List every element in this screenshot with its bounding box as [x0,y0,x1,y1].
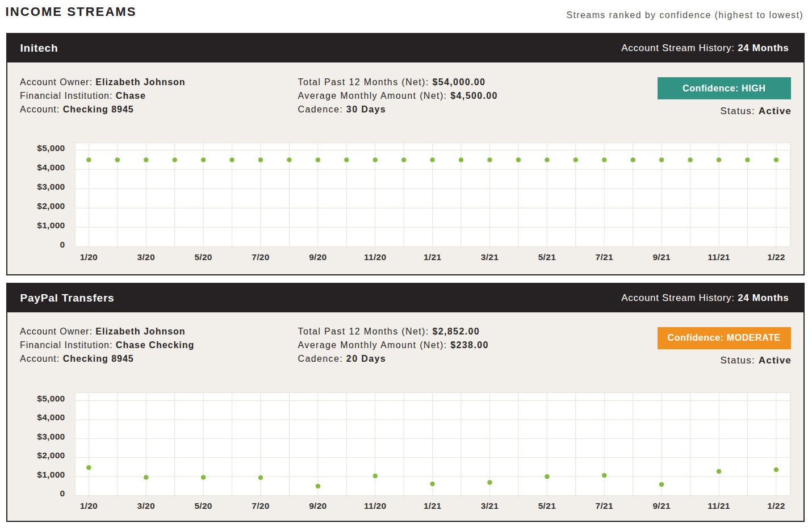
svg-text:1/20: 1/20 [80,501,98,511]
svg-text:$2,000: $2,000 [37,450,65,460]
svg-text:$1,000: $1,000 [37,220,65,230]
svg-text:$1,000: $1,000 [37,470,65,479]
svg-text:9/21: 9/21 [652,252,670,262]
svg-text:3/21: 3/21 [481,252,499,262]
svg-text:7/20: 7/20 [252,252,269,262]
svg-text:5/21: 5/21 [538,501,556,511]
svg-text:7/21: 7/21 [596,252,613,262]
svg-text:$5,000: $5,000 [37,394,65,403]
svg-text:5/20: 5/20 [194,501,212,511]
svg-text:7/21: 7/21 [596,501,613,511]
svg-text:1/22: 1/22 [767,501,785,511]
svg-text:11/21: 11/21 [708,501,730,511]
svg-text:1/22: 1/22 [767,252,785,262]
svg-text:$2,000: $2,000 [37,201,65,211]
svg-text:5/20: 5/20 [194,252,212,262]
svg-text:$4,000: $4,000 [37,162,65,172]
svg-text:3/20: 3/20 [137,501,155,511]
svg-text:1/20: 1/20 [80,252,98,262]
svg-text:5/21: 5/21 [538,252,556,262]
svg-text:9/20: 9/20 [309,252,327,262]
svg-text:9/20: 9/20 [309,501,327,511]
svg-text:1/21: 1/21 [424,501,441,511]
svg-text:$4,000: $4,000 [37,412,65,422]
svg-text:$5,000: $5,000 [37,143,65,153]
svg-text:3/21: 3/21 [481,501,499,511]
svg-text:9/21: 9/21 [652,501,670,511]
svg-text:3/20: 3/20 [137,252,155,262]
svg-text:0: 0 [60,240,65,249]
svg-text:0: 0 [60,488,65,498]
svg-text:7/20: 7/20 [252,501,269,511]
svg-text:11/20: 11/20 [364,501,386,511]
svg-text:11/20: 11/20 [364,252,386,262]
svg-text:$3,000: $3,000 [37,182,65,191]
svg-text:$3,000: $3,000 [37,432,65,441]
svg-text:11/21: 11/21 [708,252,730,262]
svg-text:1/21: 1/21 [424,252,441,262]
